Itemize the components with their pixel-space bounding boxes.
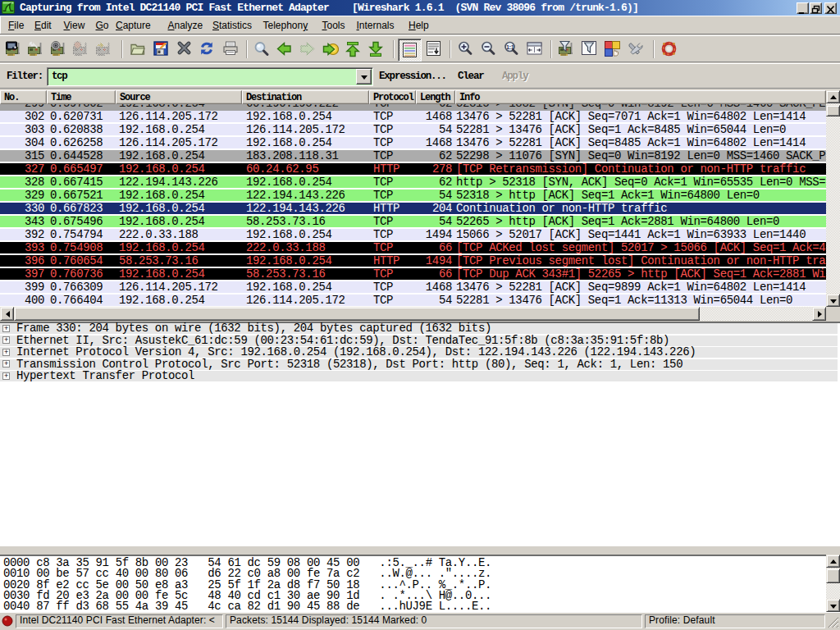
svg-text:1:1: 1:1 [506,44,514,50]
